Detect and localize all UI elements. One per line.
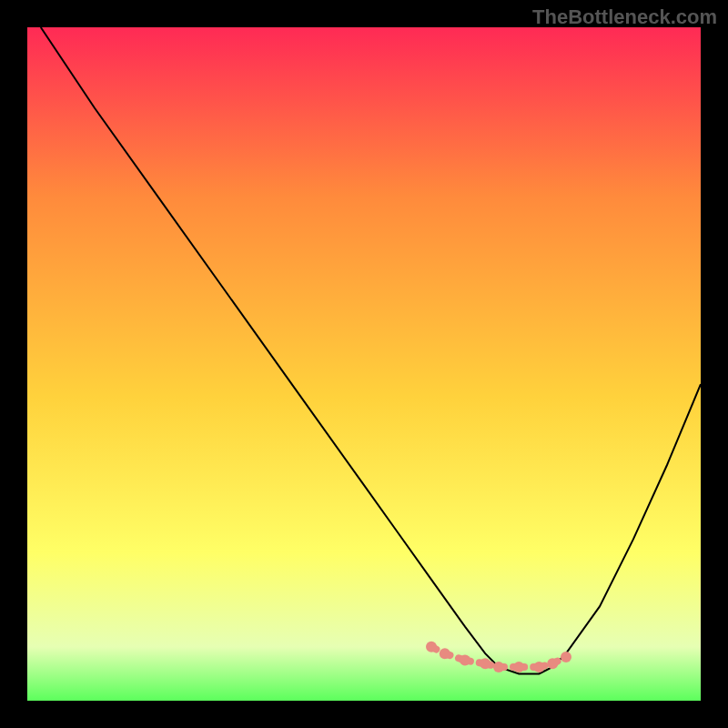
watermark-text: TheBottleneck.com [532, 5, 717, 29]
optimal-marker [561, 652, 571, 662]
gradient-background [27, 27, 701, 701]
chart-svg [27, 27, 701, 701]
chart-container [27, 27, 701, 701]
